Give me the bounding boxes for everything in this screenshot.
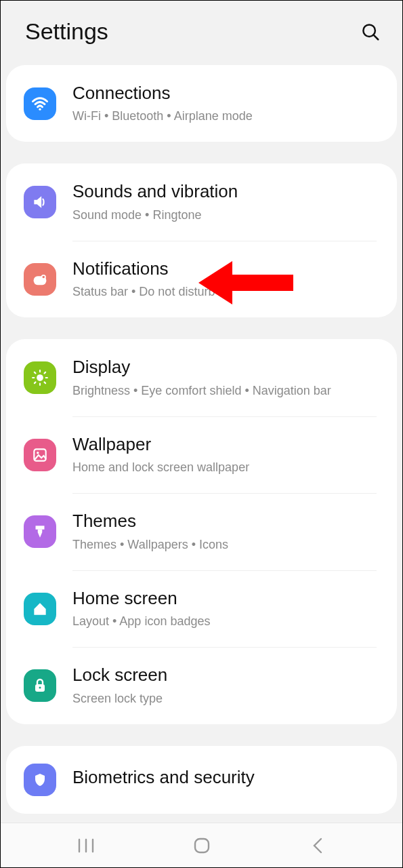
settings-group: Sounds and vibration Sound mode • Ringto… <box>6 163 397 317</box>
settings-list: Connections Wi-Fi • Bluetooth • Airplane… <box>1 65 402 819</box>
back-button[interactable] <box>303 831 333 861</box>
settings-item-text: Wallpaper Home and lock screen wallpaper <box>72 434 383 475</box>
settings-item-subtitle: Layout • App icon badges <box>72 613 383 629</box>
settings-item-title: Sounds and vibration <box>72 181 383 202</box>
settings-item-connections[interactable]: Connections Wi-Fi • Bluetooth • Airplane… <box>6 65 397 142</box>
settings-item-subtitle: Home and lock screen wallpaper <box>72 459 383 475</box>
picture-icon <box>24 439 56 471</box>
settings-group: Biometrics and security <box>6 746 397 814</box>
svg-line-13 <box>45 372 46 374</box>
settings-item-wallpaper[interactable]: Wallpaper Home and lock screen wallpaper <box>6 416 397 493</box>
settings-item-text: Notifications Status bar • Do not distur… <box>72 258 383 300</box>
settings-item-display[interactable]: Display Brightness • Eye comfort shield … <box>6 339 397 416</box>
settings-item-text: Sounds and vibration Sound mode • Ringto… <box>72 181 383 222</box>
settings-item-title: Display <box>72 357 383 378</box>
settings-item-text: Themes Themes • Wallpapers • Icons <box>72 511 383 552</box>
brush-icon <box>24 515 56 548</box>
search-icon <box>360 22 381 42</box>
settings-item-notifications[interactable]: Notifications Status bar • Do not distur… <box>6 241 397 317</box>
settings-item-homescreen[interactable]: Home screen Layout • App icon badges <box>6 570 397 647</box>
settings-header: Settings <box>1 1 402 65</box>
home-nav-icon <box>192 836 211 855</box>
home-icon <box>24 593 56 625</box>
settings-item-text: Home screen Layout • App icon badges <box>72 588 383 629</box>
settings-item-text: Display Brightness • Eye comfort shield … <box>72 357 383 398</box>
settings-item-themes[interactable]: Themes Themes • Wallpapers • Icons <box>6 493 397 570</box>
settings-item-subtitle: Brightness • Eye comfort shield • Naviga… <box>72 382 383 399</box>
settings-item-title: Notifications <box>72 258 383 279</box>
svg-line-12 <box>35 382 36 384</box>
settings-item-subtitle: Status bar • Do not disturb <box>72 283 383 300</box>
settings-item-title: Lock screen <box>72 665 383 686</box>
svg-line-11 <box>45 382 46 384</box>
settings-item-title: Biometrics and security <box>72 767 383 788</box>
svg-point-4 <box>42 275 45 279</box>
notification-icon <box>24 263 56 296</box>
settings-group: Connections Wi-Fi • Bluetooth • Airplane… <box>6 65 397 142</box>
settings-item-title: Themes <box>72 511 383 532</box>
svg-point-17 <box>39 687 41 689</box>
settings-item-subtitle: Sound mode • Ringtone <box>72 207 383 223</box>
settings-item-subtitle: Wi-Fi • Bluetooth • Airplane mode <box>72 108 383 124</box>
sound-icon <box>24 186 56 218</box>
svg-line-10 <box>35 372 36 374</box>
settings-item-biometrics[interactable]: Biometrics and security <box>6 746 397 814</box>
svg-point-2 <box>39 108 41 110</box>
recent-icon <box>77 837 96 854</box>
svg-line-1 <box>373 35 378 39</box>
settings-item-text: Connections Wi-Fi • Bluetooth • Airplane… <box>72 83 383 124</box>
brightness-icon <box>24 361 56 394</box>
settings-item-title: Wallpaper <box>72 434 383 455</box>
back-icon <box>311 837 324 854</box>
lock-icon <box>24 669 56 702</box>
svg-point-15 <box>37 452 39 454</box>
home-button[interactable] <box>187 831 217 861</box>
settings-group: Display Brightness • Eye comfort shield … <box>6 339 397 724</box>
svg-point-5 <box>37 374 43 381</box>
wifi-icon <box>24 87 56 120</box>
settings-item-subtitle: Screen lock type <box>72 690 383 707</box>
navigation-bar <box>1 823 402 867</box>
settings-item-text: Lock screen Screen lock type <box>72 665 383 706</box>
settings-item-sounds[interactable]: Sounds and vibration Sound mode • Ringto… <box>6 163 397 240</box>
recent-apps-button[interactable] <box>71 831 101 861</box>
settings-item-lockscreen[interactable]: Lock screen Screen lock type <box>6 647 397 724</box>
settings-item-text: Biometrics and security <box>72 767 383 792</box>
shield-icon <box>24 764 56 796</box>
search-button[interactable] <box>359 20 382 43</box>
settings-item-subtitle: Themes • Wallpapers • Icons <box>72 536 383 553</box>
settings-item-title: Connections <box>72 83 383 104</box>
page-title: Settings <box>25 18 108 45</box>
svg-rect-22 <box>195 839 209 852</box>
settings-item-title: Home screen <box>72 588 383 609</box>
